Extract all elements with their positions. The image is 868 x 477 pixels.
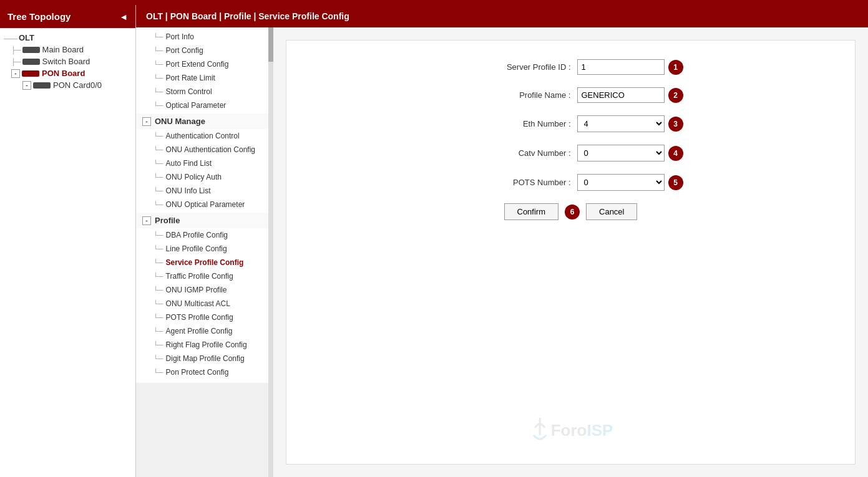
menu-item-onu-multicast-acl[interactable]: └─ ONU Multicast ACL bbox=[136, 297, 273, 311]
menu-item-pots-profile-config[interactable]: └─ POTS Profile Config bbox=[136, 311, 273, 324]
menu-label-optical-parameter: Optical Parameter bbox=[166, 101, 227, 110]
menu-item-traffic-profile-config[interactable]: └─ Traffic Profile Config bbox=[136, 269, 273, 283]
step-badge-6: 6 bbox=[565, 205, 580, 219]
connector-line: └─ bbox=[154, 245, 163, 253]
connector-onu-policy: └─ bbox=[154, 173, 163, 181]
tree-label-pon-board: PON Board bbox=[42, 69, 85, 78]
menu-label-authentication-control: Authentication Control bbox=[166, 132, 240, 140]
watermark-foro: Foro bbox=[551, 421, 587, 440]
menu-scrollbar-thumb[interactable] bbox=[268, 27, 273, 62]
menu-header-onu-manage[interactable]: - ONU Manage bbox=[136, 113, 273, 129]
top-bar bbox=[0, 0, 868, 5]
menu-item-port-config[interactable]: └─ Port Config bbox=[136, 44, 273, 57]
step-badge-1: 1 bbox=[668, 60, 683, 75]
sidebar-title: Tree Topology bbox=[7, 11, 71, 22]
switch-board-icon bbox=[22, 59, 40, 65]
content-area: └─ Port Info └─ Port Config └─ Port Exte… bbox=[136, 27, 868, 477]
menu-item-onu-info-list[interactable]: └─ ONU Info List bbox=[136, 184, 273, 198]
menu-section-label-profile: Profile bbox=[155, 216, 180, 225]
tree-item-olt[interactable]: —— OLT bbox=[0, 32, 135, 44]
step-badge-5: 5 bbox=[668, 175, 683, 190]
label-catv-number: Catv Number : bbox=[459, 148, 571, 158]
menu-item-onu-igmp-profile[interactable]: └─ ONU IGMP Profile bbox=[136, 283, 273, 297]
menu-section-port: └─ Port Info └─ Port Config └─ Port Exte… bbox=[136, 30, 273, 112]
menu-label-storm-control: Storm Control bbox=[166, 87, 212, 96]
menu-label-onu-policy-auth: ONU Policy Auth bbox=[166, 173, 222, 181]
input-server-profile-id[interactable] bbox=[577, 59, 665, 75]
menu-label-port-rate-limit: Port Rate Limit bbox=[166, 74, 215, 82]
menu-item-authentication-control[interactable]: └─ Authentication Control bbox=[136, 129, 273, 143]
menu-label-onu-multicast-acl: ONU Multicast ACL bbox=[166, 299, 230, 308]
form-row-pots-number: POTS Number : 01248 5 bbox=[299, 174, 842, 191]
menu-item-port-extend-config[interactable]: └─ Port Extend Config bbox=[136, 57, 273, 71]
select-catv-number[interactable]: 012 bbox=[577, 145, 665, 161]
sidebar-collapse-icon[interactable]: ◄ bbox=[119, 12, 128, 22]
menu-item-right-flag-profile-config[interactable]: └─ Right Flag Profile Config bbox=[136, 338, 273, 352]
select-pots-number[interactable]: 01248 bbox=[577, 174, 665, 191]
label-profile-name: Profile Name : bbox=[459, 90, 571, 100]
menu-item-port-info[interactable]: └─ Port Info bbox=[136, 30, 273, 44]
menu-item-pon-protect-config[interactable]: └─ Pon Protect Config bbox=[136, 365, 273, 379]
menu-label-port-info: Port Info bbox=[166, 32, 194, 41]
tree-item-pon-card[interactable]: - PON Card0/0 bbox=[0, 79, 135, 91]
menu-scrollbar-track bbox=[268, 27, 273, 477]
menu-item-auto-find-list[interactable]: └─ Auto Find List bbox=[136, 157, 273, 170]
menu-label-onu-info-list: ONU Info List bbox=[166, 186, 211, 195]
menu-item-line-profile-config[interactable]: └─ Line Profile Config bbox=[136, 242, 273, 256]
menu-label-onu-igmp-profile: ONU IGMP Profile bbox=[166, 286, 227, 294]
menu-item-agent-profile-config[interactable]: └─ Agent Profile Config bbox=[136, 324, 273, 338]
onu-manage-expand[interactable]: - bbox=[142, 117, 151, 126]
connector-port-extend: └─ bbox=[154, 60, 163, 68]
menu-label-port-extend-config: Port Extend Config bbox=[166, 60, 229, 69]
cancel-label: Cancel bbox=[599, 207, 624, 216]
main-board-icon bbox=[22, 47, 40, 53]
menu-item-optical-parameter[interactable]: └─ Optical Parameter bbox=[136, 99, 273, 112]
menu-label-dba-profile-config: DBA Profile Config bbox=[166, 231, 228, 239]
pon-board-icon bbox=[22, 70, 39, 77]
cancel-button[interactable]: Cancel bbox=[586, 203, 637, 220]
tree-item-pon-board[interactable]: - PON Board bbox=[0, 67, 135, 79]
menu-panel: └─ Port Info └─ Port Config └─ Port Exte… bbox=[136, 27, 273, 383]
menu-label-agent-profile-config: Agent Profile Config bbox=[166, 327, 233, 335]
confirm-button[interactable]: Confirm bbox=[504, 203, 559, 220]
pon-card-expand[interactable]: - bbox=[22, 81, 31, 90]
menu-item-port-rate-limit[interactable]: └─ Port Rate Limit bbox=[136, 71, 273, 85]
menu-label-digit-map-profile-config: Digit Map Profile Config bbox=[166, 354, 245, 363]
menu-item-onu-policy-auth[interactable]: └─ ONU Policy Auth bbox=[136, 170, 273, 184]
tree-item-switch-board[interactable]: ├─ Switch Board bbox=[0, 55, 135, 67]
menu-item-onu-auth-config[interactable]: └─ ONU Authentication Config bbox=[136, 143, 273, 157]
menu-item-storm-control[interactable]: └─ Storm Control bbox=[136, 85, 273, 99]
connector-pon-protect: └─ bbox=[154, 369, 163, 376]
sidebar: Tree Topology ◄ —— OLT ├─ Main Board ├─ … bbox=[0, 5, 136, 477]
menu-label-auto-find-list: Auto Find List bbox=[166, 159, 212, 168]
form-row-profile-name: Profile Name : 2 bbox=[299, 87, 842, 103]
sidebar-header: Tree Topology ◄ bbox=[0, 5, 135, 28]
connector-agent: └─ bbox=[154, 327, 163, 335]
connector-auto-find: └─ bbox=[154, 160, 163, 167]
connector-pots: └─ bbox=[154, 314, 163, 321]
connector-traffic: └─ bbox=[154, 272, 163, 280]
tree-label-pon-card: PON Card0/0 bbox=[53, 80, 102, 90]
form-row-server-profile-id: Server Profile ID : 1 bbox=[299, 59, 842, 75]
step-badge-2: 2 bbox=[668, 88, 683, 103]
watermark-logo-icon bbox=[529, 415, 551, 445]
connector-port-info: └─ bbox=[154, 33, 163, 41]
select-eth-number[interactable]: 012345678 bbox=[577, 115, 665, 132]
profile-expand[interactable]: - bbox=[142, 216, 151, 225]
pon-board-expand[interactable]: - bbox=[11, 69, 20, 78]
menu-section-onu-manage: - ONU Manage └─ Authentication Control └… bbox=[136, 113, 273, 211]
breadcrumb: OLT | PON Board | Profile | Service Prof… bbox=[136, 5, 868, 27]
pon-card-icon bbox=[33, 82, 51, 89]
connector-digit-map: └─ bbox=[154, 355, 163, 362]
menu-item-digit-map-profile-config[interactable]: └─ Digit Map Profile Config bbox=[136, 352, 273, 365]
connector-multicast: └─ bbox=[154, 300, 163, 307]
menu-label-right-flag-profile-config: Right Flag Profile Config bbox=[166, 340, 247, 349]
tree-item-main-board[interactable]: ├─ Main Board bbox=[0, 44, 135, 55]
input-profile-name[interactable] bbox=[577, 87, 665, 103]
menu-item-dba-profile-config[interactable]: └─ DBA Profile Config bbox=[136, 228, 273, 242]
menu-item-service-profile-config[interactable]: └─ Service Profile Config bbox=[136, 256, 273, 269]
menu-item-onu-optical-parameter[interactable]: └─ ONU Optical Parameter bbox=[136, 198, 273, 211]
menu-header-profile[interactable]: - Profile bbox=[136, 213, 273, 228]
connector-dba: └─ bbox=[154, 231, 163, 239]
breadcrumb-text: OLT | PON Board | Profile | Service Prof… bbox=[146, 11, 349, 21]
